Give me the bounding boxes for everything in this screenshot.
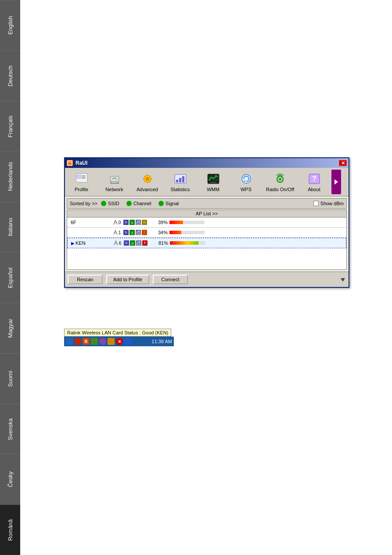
taskbar-icon-8: [124, 338, 131, 345]
svg-point-31: [279, 178, 281, 181]
connect-button[interactable]: Connect: [153, 275, 188, 284]
taskbar-icon-1: [66, 338, 73, 345]
about-button[interactable]: ? About: [298, 169, 331, 195]
show-dbm-checkbox[interactable]: [313, 201, 319, 206]
svg-rect-22: [176, 180, 178, 182]
channel-sort[interactable]: Channel: [126, 201, 151, 206]
svg-line-19: [150, 176, 151, 177]
table-row[interactable]: 1 b g ! 34%: [67, 228, 346, 238]
row-2-channel: 1: [119, 230, 121, 235]
window-title: RaUI: [76, 160, 339, 166]
radio-icon: [273, 172, 287, 186]
rescan-button[interactable]: Rescan: [68, 275, 103, 284]
row-3-icons: b g ✗: [124, 240, 152, 246]
wmm-button[interactable]: WMM: [197, 169, 230, 195]
taskbar-tooltip: Ralink Wireless LAN Card Status : Good (…: [64, 329, 171, 337]
advanced-button[interactable]: Advanced: [131, 169, 164, 195]
wps-label: WPS: [241, 187, 252, 192]
lang-espanol[interactable]: Español: [0, 252, 20, 303]
svg-line-17: [144, 176, 145, 177]
svg-rect-37: [137, 243, 140, 245]
network-icon: [108, 172, 122, 186]
statistics-button[interactable]: Statistics: [164, 169, 197, 195]
svg-rect-35: [137, 222, 140, 225]
taskbar-icon-7: ✕: [116, 338, 123, 345]
profile-label: Profile: [75, 187, 88, 192]
close-button[interactable]: ✕: [339, 160, 347, 166]
advanced-icon: [140, 172, 155, 186]
lang-italiano[interactable]: Italiano: [0, 202, 20, 252]
lang-deutsch[interactable]: Deutsch: [0, 51, 20, 101]
row-1-ssid: 6F: [71, 220, 76, 225]
ssid-sort-label: SSID: [108, 201, 119, 206]
signal-sort-label: Signal: [165, 201, 179, 206]
row-1-icon-2: g: [129, 220, 135, 225]
ap-list-area[interactable]: 6F 0 b g n: [67, 217, 347, 270]
signal-dot: [158, 201, 164, 206]
wps-button[interactable]: WPS: [230, 169, 263, 195]
row-3-icon-2: g: [130, 240, 135, 246]
svg-rect-23: [179, 178, 181, 182]
row-1-icon-4: n: [142, 220, 147, 225]
channel-dot: [126, 201, 132, 206]
row-2-icons: b g !: [123, 230, 152, 235]
lang-francais[interactable]: Français: [0, 101, 20, 152]
row-1-channel: 0: [119, 220, 121, 225]
lang-magyar[interactable]: Magyar: [0, 303, 20, 353]
row-2-icon-1: b: [123, 230, 129, 235]
signal-sort[interactable]: Signal: [158, 201, 179, 206]
svg-rect-36: [137, 232, 140, 235]
wps-icon: [239, 172, 253, 186]
network-button[interactable]: Network: [98, 169, 131, 195]
profile-icon: [75, 172, 89, 186]
row-1-signal-bar: [169, 220, 343, 225]
row-1-icon-3: [136, 220, 141, 225]
row-3-inner: ▶ KEN 6 b g ✗: [69, 239, 344, 247]
svg-rect-0: [68, 161, 72, 165]
lang-svenska[interactable]: Svenska: [0, 404, 20, 454]
advanced-label: Advanced: [137, 187, 158, 192]
lang-romana[interactable]: Română: [0, 504, 20, 555]
row-1-icons: b g n: [123, 220, 152, 225]
svg-marker-34: [334, 179, 338, 185]
radio-button[interactable]: Radio On/Off: [263, 169, 298, 195]
lang-cesky[interactable]: Česky: [0, 454, 20, 504]
row-3-signal-bar: [170, 241, 342, 245]
window-icon: [67, 160, 73, 166]
profile-button[interactable]: Profile: [65, 169, 98, 195]
row-2-icon-3: [136, 230, 141, 235]
about-icon: ?: [307, 172, 321, 186]
row-1-ssid-cell: 6F: [71, 220, 110, 225]
add-to-profile-button[interactable]: Add to Profile: [106, 275, 149, 284]
channel-sort-label: Channel: [133, 201, 151, 206]
about-label: About: [308, 187, 320, 192]
taskbar-strip: R ✕ 11:38 AM: [64, 337, 174, 346]
row-3-ssid-cell: ▶ KEN: [71, 240, 111, 246]
svg-text:?: ?: [312, 175, 316, 182]
svg-rect-24: [182, 176, 184, 182]
taskbar-icon-2: [74, 338, 81, 345]
statistics-label: Statistics: [170, 187, 190, 192]
row-3-channel-cell: 6: [111, 240, 124, 246]
ssid-sort[interactable]: SSID: [101, 201, 119, 206]
svg-marker-38: [341, 278, 345, 282]
more-button[interactable]: [331, 170, 341, 194]
taskbar-icon-6: [108, 338, 115, 345]
radio-label: Radio On/Off: [266, 187, 294, 192]
lang-english[interactable]: English: [0, 0, 20, 51]
row-3-channel: 6: [119, 241, 122, 246]
row-2-icon-4: !: [142, 230, 147, 235]
svg-rect-27: [210, 182, 217, 183]
show-dbm-label: Show dBm: [320, 201, 344, 206]
row-2-inner: 1 b g ! 34%: [69, 228, 345, 237]
taskbar-icon-3: R: [83, 338, 90, 345]
lang-suomi[interactable]: Suomi: [0, 353, 20, 404]
ap-list-header: AP List >>: [67, 210, 347, 217]
row-2-signal-bar: [169, 230, 343, 235]
lang-nederlands[interactable]: Nederlands: [0, 151, 20, 202]
table-row[interactable]: ▶ KEN 6 b g ✗: [67, 238, 346, 248]
scroll-down-area: [340, 275, 346, 284]
table-row[interactable]: 6F 0 b g n: [67, 218, 346, 228]
row-3-arrow: ▶: [71, 241, 75, 246]
row-3-icon-1: b: [124, 240, 129, 246]
